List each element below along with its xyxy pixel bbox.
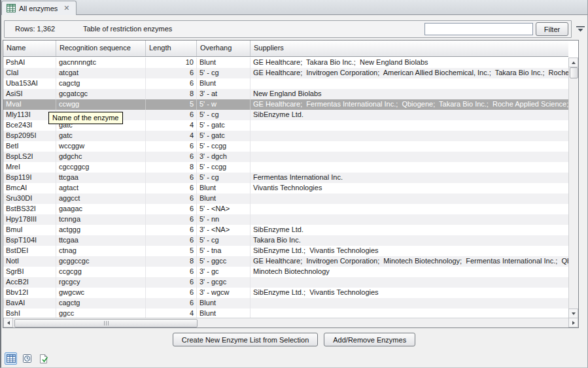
table-view-icon[interactable] xyxy=(5,352,17,365)
cell-name: BstDEI xyxy=(3,246,56,256)
table-row[interactable]: NotIgcggccgc85' - ggccGE Healthcare; Inv… xyxy=(3,256,568,267)
column-header-name[interactable]: Name xyxy=(3,41,56,56)
cell-sequence: gacnnnngtc xyxy=(56,58,146,68)
cell-overhang: 5' - gatc xyxy=(197,131,251,141)
cell-suppliers xyxy=(251,214,568,225)
cell-name: BspT104I xyxy=(3,235,56,246)
cell-length: 6 xyxy=(146,204,197,214)
cell-name: BmcAI xyxy=(3,183,56,193)
column-header-recognition-sequence[interactable]: Recognition sequence xyxy=(56,41,146,56)
table-row[interactable]: BspT104Ittcgaa65' - cgTakara Bio Inc. xyxy=(3,235,568,246)
cell-overhang: Blunt xyxy=(197,183,251,193)
cell-overhang: 3' - at xyxy=(197,89,251,99)
filter-button[interactable]: Filter xyxy=(536,22,568,36)
cell-suppliers xyxy=(251,120,568,131)
table-row[interactable]: Bbv12Igwgcwc63' - wgcwSibEnzyme Ltd.; Vi… xyxy=(3,288,568,298)
table-header: Name Recognition sequence Length Overhan… xyxy=(3,41,568,57)
table-body: PshAIgacnnnngtc10BluntGE Healthcare; Tak… xyxy=(3,58,568,318)
table-row[interactable]: Sru30DIaggcct6Blunt xyxy=(3,193,568,204)
cell-length: 8 xyxy=(146,256,197,267)
horizontal-scrollbar-thumb[interactable] xyxy=(14,319,198,327)
cell-overhang: 5' - nn xyxy=(197,214,251,225)
grip-icon xyxy=(108,321,109,326)
column-header-overhang[interactable]: Overhang xyxy=(197,41,251,56)
table-row[interactable]: BstBS32Igaagac65' - <NA> xyxy=(3,204,568,214)
tab-all-enzymes[interactable]: All enzymes ✕ xyxy=(1,1,77,15)
grip-icon xyxy=(104,321,105,326)
table-row[interactable]: AccB2Irgcgcy63' - gcgc xyxy=(3,277,568,288)
cell-sequence: gcgatcgc xyxy=(56,89,146,99)
cell-sequence: actggg xyxy=(56,225,146,235)
vertical-scrollbar[interactable] xyxy=(568,58,578,318)
table-row[interactable]: AsiSIgcgatcgc83' - atNew England Biolabs xyxy=(3,89,568,99)
table-row[interactable]: MvaIccwgg55' - wGE Healthcare; Fermentas… xyxy=(3,99,568,110)
table-row[interactable]: Hpy178IIItcnnga65' - nn xyxy=(3,214,568,225)
cell-sequence: ccwgg xyxy=(56,99,146,110)
filter-input[interactable] xyxy=(424,23,533,35)
cell-length: 6 xyxy=(146,141,197,152)
cell-overhang: 5' - ggcc xyxy=(197,256,251,267)
tab-bar: All enzymes ✕ xyxy=(0,0,588,15)
table-row[interactable]: MreIcgccggcg85' - ccgg xyxy=(3,162,568,173)
cell-length: 8 xyxy=(146,162,197,173)
column-header-suppliers[interactable]: Suppliers xyxy=(251,41,568,56)
cell-name: BstBS32I xyxy=(3,204,56,214)
cell-length: 10 xyxy=(146,58,197,68)
cell-sequence: ggcc xyxy=(56,309,146,318)
column-header-length[interactable]: Length xyxy=(146,41,197,56)
scroll-up-button[interactable] xyxy=(568,58,578,67)
view-mode-bar xyxy=(5,352,50,365)
table-row[interactable]: PshAIgacnnnngtc10BluntGE Healthcare; Tak… xyxy=(3,58,568,68)
cell-overhang: 5' - gatc xyxy=(197,120,251,131)
cell-sequence: gaagac xyxy=(56,204,146,214)
cell-suppliers xyxy=(251,162,568,173)
filter-menu-icon[interactable] xyxy=(575,24,586,35)
cell-name: BavAI xyxy=(3,298,56,309)
table-row[interactable]: BetIwccggw65' - ccgg xyxy=(3,141,568,152)
cell-sequence: gatc xyxy=(56,131,146,141)
close-icon[interactable]: ✕ xyxy=(63,5,69,12)
table-row[interactable]: ClaIatcgat65' - cgGE Healthcare; Invitro… xyxy=(3,68,568,78)
cell-name: MreI xyxy=(3,162,56,173)
table-row[interactable]: BmcAIagtact6BluntVivantis Technologies xyxy=(3,183,568,193)
cell-length: 6 xyxy=(146,288,197,298)
cell-suppliers: Vivantis Technologies xyxy=(251,183,568,193)
table-row[interactable]: BspLS2Igdgchc63' - dgch xyxy=(3,152,568,162)
scroll-down-button[interactable] xyxy=(568,309,578,318)
cell-name: Sru30DI xyxy=(3,193,56,204)
cell-sequence: wccggw xyxy=(56,141,146,152)
cell-length: 6 xyxy=(146,183,197,193)
cell-length: 6 xyxy=(146,277,197,288)
arrow-up-icon xyxy=(572,61,576,64)
scroll-left-button[interactable] xyxy=(3,318,13,327)
cell-name: Uba153AI xyxy=(3,78,56,89)
table-row[interactable]: Bsp2095Igatc45' - gatc xyxy=(3,131,568,141)
cell-sequence: cagctg xyxy=(56,78,146,89)
create-enzyme-list-button[interactable]: Create New Enzyme List from Selection xyxy=(173,333,318,346)
cell-overhang: Blunt xyxy=(197,309,251,318)
cell-overhang: Blunt xyxy=(197,298,251,309)
table-row[interactable]: SgrBIccgcgg63' - gcMinotech Biotechnolog… xyxy=(3,267,568,277)
table-row[interactable]: Bsp119Ittcgaa65' - cgFermentas Internati… xyxy=(3,173,568,183)
vertical-scrollbar-thumb[interactable] xyxy=(570,67,578,78)
horizontal-scrollbar[interactable] xyxy=(3,318,578,327)
cell-overhang: 5' - <NA> xyxy=(197,204,251,214)
cell-length: 6 xyxy=(146,152,197,162)
cell-length: 5 xyxy=(146,246,197,256)
cell-suppliers: SibEnzyme Ltd.; Vivantis Technologies xyxy=(251,288,568,298)
cell-name: Bsp119I xyxy=(3,173,56,183)
table-row[interactable]: BshIggcc4Blunt xyxy=(3,309,568,318)
cell-length: 6 xyxy=(146,214,197,225)
element-info-view-icon[interactable] xyxy=(37,352,50,365)
rows-count-label: Rows: 1,362 xyxy=(15,21,55,37)
table-row[interactable]: BstDEIctnag55' - tnaSibEnzyme Ltd.; Viva… xyxy=(3,246,568,256)
history-view-icon[interactable] xyxy=(21,352,33,365)
table-row[interactable]: Uba153AIcagctg6Blunt xyxy=(3,78,568,89)
scroll-right-button[interactable] xyxy=(568,318,578,327)
cell-sequence: gcggccgc xyxy=(56,256,146,267)
cell-suppliers xyxy=(251,131,568,141)
add-remove-enzymes-button[interactable]: Add/Remove Enzymes xyxy=(324,333,415,346)
table-row[interactable]: BavAIcagctg6Blunt xyxy=(3,298,568,309)
cell-suppliers: SibEnzyme Ltd.; Vivantis Technologies xyxy=(251,246,568,256)
table-row[interactable]: BmuIactggg63' - <NA>SibEnzyme Ltd. xyxy=(3,225,568,235)
